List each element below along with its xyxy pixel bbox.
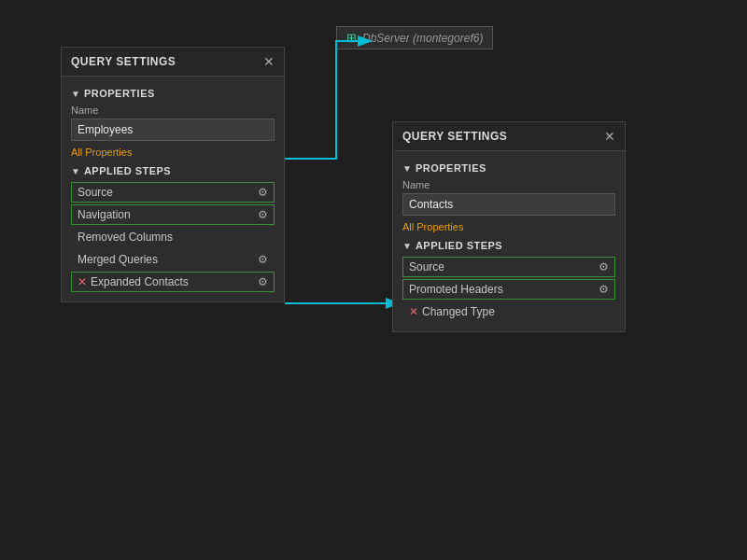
left-panel-header: QUERY SETTINGS ✕: [62, 48, 284, 77]
left-step-merged-queries-label: Merged Queries: [78, 253, 158, 266]
right-name-label: Name: [402, 179, 615, 190]
left-step-expanded-contacts-gear[interactable]: ⚙: [258, 275, 268, 288]
right-panel-header: QUERY SETTINGS ✕: [393, 122, 625, 151]
right-all-props-link[interactable]: All Properties: [402, 221, 615, 232]
left-close-button[interactable]: ✕: [263, 55, 275, 68]
right-panel-title: QUERY SETTINGS: [402, 130, 507, 143]
left-panel-body: ▼ PROPERTIES Name All Properties ▼ APPLI…: [62, 77, 284, 301]
right-applied-steps-title: APPLIED STEPS: [416, 240, 502, 251]
right-step-source-label: Source: [409, 260, 444, 273]
right-name-input[interactable]: [402, 193, 615, 216]
left-panel-title: QUERY SETTINGS: [71, 55, 176, 68]
left-step-source-gear[interactable]: ⚙: [258, 186, 268, 199]
left-steps-list: Source ⚙ Navigation ⚙ Removed Columns Me…: [71, 182, 275, 292]
left-step-merged-queries-gear[interactable]: ⚙: [258, 253, 268, 266]
right-step-promoted-headers[interactable]: Promoted Headers ⚙: [402, 279, 615, 300]
right-properties-triangle: ▼: [402, 163, 412, 174]
right-step-promoted-headers-label: Promoted Headers: [409, 283, 503, 296]
left-properties-title: PROPERTIES: [84, 88, 155, 99]
right-step-changed-type[interactable]: ✕ Changed Type: [402, 301, 615, 322]
left-step-navigation[interactable]: Navigation ⚙: [71, 204, 275, 225]
left-step-navigation-label: Navigation: [78, 208, 131, 221]
left-step-source[interactable]: Source ⚙: [71, 182, 275, 203]
left-step-merged-queries[interactable]: Merged Queries ⚙: [71, 249, 275, 270]
right-step-changed-type-label: Changed Type: [422, 305, 495, 318]
left-step-removed-columns-label: Removed Columns: [78, 231, 173, 244]
left-step-expanded-contacts-label: Expanded Contacts: [91, 275, 189, 288]
left-step-removed-columns[interactable]: Removed Columns: [71, 227, 275, 247]
right-step-promoted-headers-gear[interactable]: ⚙: [599, 283, 609, 296]
left-step-source-label: Source: [78, 186, 113, 199]
left-step-navigation-gear[interactable]: ⚙: [258, 208, 268, 221]
properties-triangle: ▼: [71, 89, 80, 99]
left-name-input[interactable]: [71, 119, 275, 141]
left-step-expanded-contacts-error-icon: ✕: [78, 275, 87, 288]
db-icon: ⊞: [346, 31, 357, 45]
right-step-changed-type-error-icon: ✕: [409, 305, 418, 318]
right-query-panel: QUERY SETTINGS ✕ ▼ PROPERTIES Name All P…: [392, 121, 626, 332]
db-server-label: DbServer (montegoref6): [362, 32, 483, 45]
left-name-label: Name: [71, 105, 275, 116]
right-applied-steps-triangle: ▼: [402, 241, 412, 251]
right-properties-section: ▼ PROPERTIES: [402, 162, 615, 174]
right-steps-list: Source ⚙ Promoted Headers ⚙ ✕ Changed Ty…: [402, 257, 615, 322]
left-query-panel: QUERY SETTINGS ✕ ▼ PROPERTIES Name All P…: [61, 47, 285, 302]
right-step-source[interactable]: Source ⚙: [402, 257, 615, 277]
db-server-bar: ⊞ DbServer (montegoref6): [336, 26, 493, 49]
right-close-button[interactable]: ✕: [604, 130, 615, 143]
right-properties-title: PROPERTIES: [416, 162, 486, 174]
applied-steps-triangle: ▼: [71, 166, 80, 176]
left-step-expanded-contacts[interactable]: ✕ Expanded Contacts ⚙: [71, 272, 275, 292]
left-applied-steps-section: ▼ APPLIED STEPS: [71, 165, 275, 176]
right-applied-steps-section: ▼ APPLIED STEPS: [402, 240, 615, 251]
right-step-source-gear[interactable]: ⚙: [599, 260, 609, 273]
right-panel-body: ▼ PROPERTIES Name All Properties ▼ APPLI…: [393, 151, 625, 331]
left-properties-section: ▼ PROPERTIES: [71, 88, 275, 99]
left-applied-steps-title: APPLIED STEPS: [84, 165, 171, 176]
left-all-props-link[interactable]: All Properties: [71, 147, 275, 158]
